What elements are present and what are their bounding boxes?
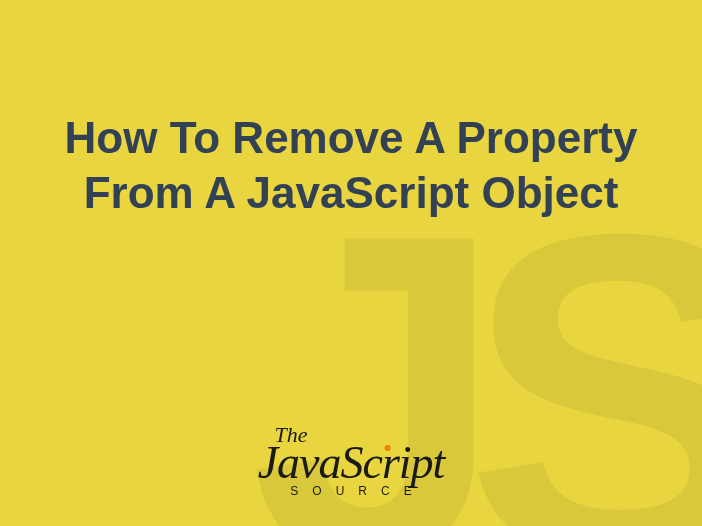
logo-main: JavaScript	[258, 443, 445, 482]
article-card: JS How To Remove A Property From A JavaS…	[0, 0, 702, 526]
site-logo: The JavaScript SOURCE	[258, 426, 445, 496]
logo-main-text: JavaScript	[258, 437, 445, 488]
logo-dot-icon	[384, 445, 390, 451]
title-container: How To Remove A Property From A JavaScri…	[0, 110, 702, 220]
article-title: How To Remove A Property From A JavaScri…	[60, 110, 642, 220]
